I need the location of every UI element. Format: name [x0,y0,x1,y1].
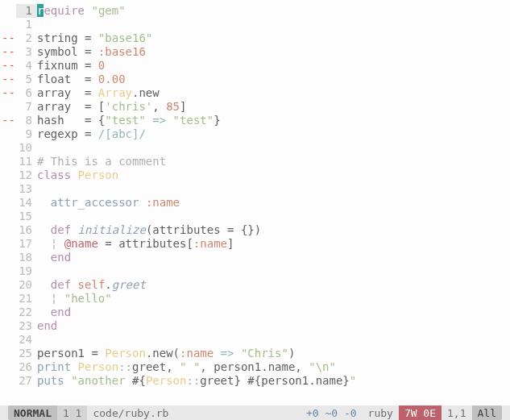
code-line: 16 def initialize(attributes = {}) [0,223,510,237]
code-line: 14 attr_accessor :name [0,196,510,210]
code-line: 24 [0,333,510,347]
status-altpos: 1 1 [57,405,87,420]
sign-column [0,4,16,18]
line-number: 1 [16,4,37,18]
code-line: 17 ¦ @name = attributes[:name] [0,237,510,251]
code-line: 27puts "another #{Person::greet} #{perso… [0,374,510,388]
code-line: 12class Person [0,168,510,182]
code-line: --2string = "base16" [0,31,510,45]
code-content: require "gem" [37,4,510,18]
vim-editor: 1require "gem" 1 --2string = "base16" --… [0,0,510,420]
code-line: 13 [0,182,510,196]
code-line: 18 end [0,251,510,264]
status-git-hunks: +0 ~0 -0 [301,405,363,420]
code-line: --6array = Array.new [0,86,510,100]
code-line: 26print Person::greet, " ", person1.name… [0,360,510,374]
code-line: 20 def self.greet [0,278,510,292]
code-line: 1require "gem" [0,4,510,18]
code-line: 19 [0,264,510,278]
code-line: --3symbol = :base16 [0,45,510,59]
code-line: 23end [0,319,510,333]
code-line: 21 ¦ "hello" [0,292,510,306]
code-line: 1 [0,18,510,31]
status-filetype: ruby [363,405,399,420]
status-percent: All [472,405,502,420]
code-line: 7array = ['chris', 85] [0,100,510,114]
code-area[interactable]: 1require "gem" 1 --2string = "base16" --… [0,0,510,405]
code-line: 11# This is a comment [0,155,510,168]
status-rowcol: 1,1 [442,405,471,420]
status-filename: code/ruby.rb [87,405,174,420]
code-line: 10 [0,141,510,155]
status-line: NORMAL 1 1 code/ruby.rb +0 ~0 -0 ruby 7W… [0,405,510,420]
sign-warning: -- [0,31,16,45]
code-line: 25person1 = Person.new(:name => "Chris") [0,347,510,360]
status-lint: 7W 0E [399,405,442,420]
code-line: 22 end [0,306,510,319]
code-line: --4fixnum = 0 [0,59,510,73]
code-line: 9regexp = /[abc]/ [0,127,510,141]
code-line: 15 [0,210,510,223]
code-line: --8hash = {"test" => "test"} [0,114,510,127]
code-line: --5float = 0.00 [0,73,510,86]
status-mode: NORMAL [8,405,57,420]
